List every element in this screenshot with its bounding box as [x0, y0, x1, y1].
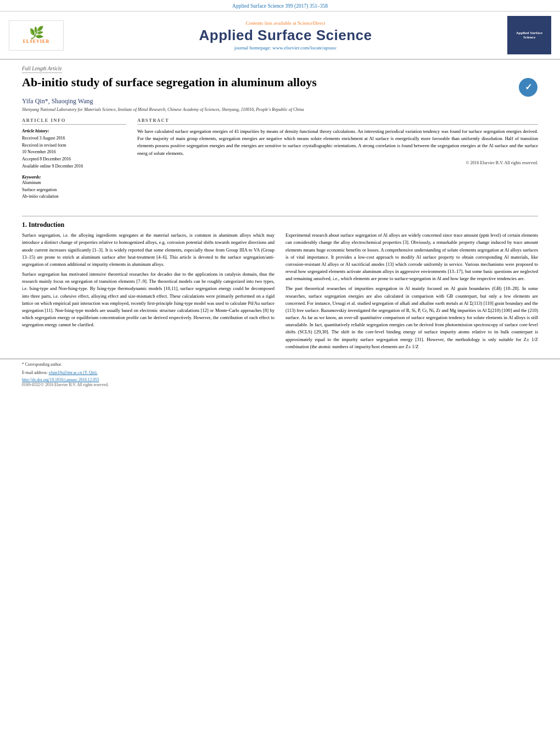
- section1-heading: 1. Introduction: [22, 221, 538, 229]
- body-right-text2: The past theoretical researches of impur…: [285, 285, 538, 350]
- article-title-row: Ab-initio study of surface segregation i…: [22, 75, 538, 97]
- body-two-col: Surface segregation, i.e. the alloying i…: [22, 232, 538, 353]
- divider: [22, 216, 538, 216]
- journal-header-center: Contents lists available at ScienceDirec…: [75, 20, 496, 51]
- received-revised-label: Received in revised form: [22, 142, 126, 149]
- sciencedirect-link: Contents lists available at ScienceDirec…: [75, 20, 496, 26]
- keyword-abinitio: Ab-initio calculation: [22, 193, 126, 200]
- abstract-copyright: © 2016 Elsevier B.V. All rights reserved…: [137, 160, 538, 165]
- header: 🌿 ELSEVIER Contents lists available at S…: [0, 12, 560, 60]
- elsevier-logo: 🌿 ELSEVIER: [9, 20, 69, 51]
- authors: Yifa Qin*, Shaoqing Wang: [22, 97, 538, 105]
- keywords-label: Keywords:: [22, 175, 126, 180]
- main-body: 1. Introduction Surface segregation, i.e…: [0, 216, 560, 353]
- history-label: Article history:: [22, 128, 126, 135]
- journal-logo-container: Applied Surface Science: [502, 16, 551, 54]
- journal-reference: Applied Surface Science 399 (2017) 351–3…: [0, 0, 560, 12]
- crossmark-icon: ✓: [518, 77, 538, 97]
- journal-logo: Applied Surface Science: [507, 16, 551, 54]
- available-date: Available online 9 December 2016: [22, 163, 126, 170]
- article-title: Ab-initio study of surface segregation i…: [22, 75, 513, 90]
- keyword-surface: Surface segregation: [22, 187, 126, 194]
- email-link[interactable]: yfqin10s@imr.ac.cn (Y. Qin).: [49, 370, 98, 375]
- accepted-date: Accepted 8 December 2016: [22, 156, 126, 163]
- abstract-label: ABSTRACT: [137, 118, 538, 125]
- affiliation: Shenyang National Laboratory for Materia…: [22, 107, 538, 112]
- article-type: Full Length Article: [22, 66, 62, 73]
- svg-text:✓: ✓: [525, 82, 532, 92]
- article-info-label: ARTICLE INFO: [22, 118, 126, 125]
- doi-link[interactable]: http://dx.doi.org/10.1016/j.apsusc.2016.…: [22, 377, 99, 382]
- section1-number: 1.: [22, 221, 27, 228]
- received-date: Received 3 August 2016: [22, 135, 126, 142]
- footer-links: http://dx.doi.org/10.1016/j.apsusc.2016.…: [22, 377, 538, 382]
- journal-homepage: journal homepage: www.elsevier.com/locat…: [75, 45, 496, 51]
- footnote-email: E-mail address: yfqin10s@imr.ac.cn (Y. Q…: [22, 370, 538, 376]
- received-revised-date: 10 November 2016: [22, 149, 126, 156]
- abstract-col: ABSTRACT We have calculated surface segr…: [137, 118, 538, 200]
- footer-area: * Corresponding author. E-mail address: …: [0, 359, 560, 388]
- body-left-text2: Surface segregation has motivated intens…: [22, 271, 275, 328]
- article-info-abstract: ARTICLE INFO Article history: Received 3…: [22, 118, 538, 200]
- keywords-block: Keywords: Aluminum Surface segregation A…: [22, 175, 126, 200]
- article-area: Full Length Article Ab-initio study of s…: [0, 60, 560, 211]
- body-right-text1: Experimental research about surface segr…: [285, 232, 538, 282]
- keyword-aluminum: Aluminum: [22, 180, 126, 187]
- body-left-col: Surface segregation, i.e. the alloying i…: [22, 232, 275, 353]
- article-info-block: Article history: Received 3 August 2016 …: [22, 128, 126, 170]
- footer-copyright: 0169-4332/© 2016 Elsevier B.V. All right…: [22, 382, 538, 387]
- article-info-col: ARTICLE INFO Article history: Received 3…: [22, 118, 126, 200]
- elsevier-tree-icon: 🌿: [29, 27, 44, 39]
- journal-title: Applied Surface Science: [75, 27, 496, 44]
- footnote-corresponding: * Corresponding author.: [22, 361, 538, 367]
- body-right-col: Experimental research about surface segr…: [285, 232, 538, 353]
- abstract-text: We have calculated surface segregation e…: [137, 128, 538, 157]
- body-left-text: Surface segregation, i.e. the alloying i…: [22, 232, 275, 268]
